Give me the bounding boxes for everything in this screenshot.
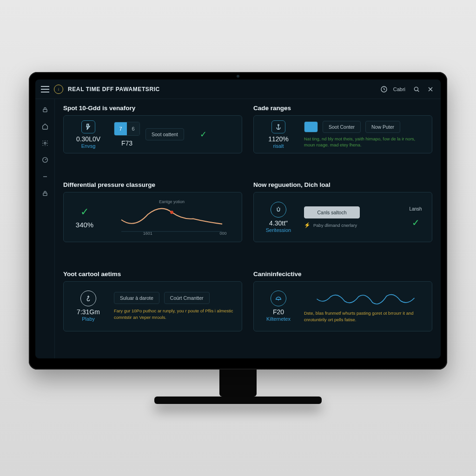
cade-seg-a[interactable] <box>304 122 317 132</box>
svg-rect-5 <box>43 193 47 195</box>
power-u-icon <box>271 202 286 218</box>
section-diff: Differential pressure classurge ✓ 340% E… <box>63 181 242 264</box>
can-stat: F20 Kilternetex <box>258 291 298 322</box>
check-icon: ✓ <box>200 129 207 139</box>
camera-dot <box>237 75 239 78</box>
energy-icon <box>81 120 95 133</box>
app-screen: REAL TIME DFF PAWAMETSRIC Cabri <box>35 79 441 358</box>
monitor-stand-base <box>154 397 322 404</box>
svg-point-6 <box>278 124 279 126</box>
spot-seg-a[interactable]: 7 <box>114 122 127 135</box>
yoot-desc: Fary gur 10Po puthoc ar runply, you r po… <box>114 308 237 320</box>
svg-point-3 <box>44 142 46 144</box>
cade-right: Soot Conter Now Puter Nat ting, nd bly m… <box>304 121 427 148</box>
app-title: REAL TIME DFF PAWAMETSRIC <box>68 86 160 93</box>
section-yoot: Yoot cartool aetims 7:31Gm Plaby Suluar … <box>63 271 242 353</box>
anchor-icon <box>271 120 285 133</box>
topbar: REAL TIME DFF PAWAMETSRIC Cabri <box>35 79 441 99</box>
clock-icon[interactable] <box>379 85 389 94</box>
yoot-value: 7:31Gm <box>77 308 100 316</box>
section-title-can: Canininfecictive <box>253 271 432 278</box>
diff-tick-3: 000 <box>220 231 227 236</box>
section-now: Now reguuetion, Dich loal 4.30tt" Serite… <box>253 181 432 264</box>
spot-stat: 0.30L0V Envsg <box>68 120 108 149</box>
monitor-frame: REAL TIME DFF PAWAMETSRIC Cabri <box>29 72 447 370</box>
cade-btn-a[interactable]: Soot Conter <box>323 121 361 133</box>
section-cade: Cade ranges 1120% risalt <box>253 105 432 175</box>
diff-tick-1: 1601 <box>143 231 152 236</box>
diff-chart: Eantge yotion 1601 000 <box>106 198 237 236</box>
spot-segment: 7 6 <box>114 122 140 136</box>
now-right: Lansh ✓ <box>404 206 427 228</box>
check-icon: ✓ <box>80 206 89 218</box>
cade-seg <box>304 121 318 132</box>
section-title-diff: Differential pressure classurge <box>63 181 242 188</box>
now-right-label: Lansh <box>409 206 422 212</box>
spot-value: 0.30L0V <box>76 135 100 143</box>
card-now: 4.30tt" Seritession Canls saltoch ⚡ Paby… <box>253 192 432 242</box>
main-grid: Spot 10-Gdd is venafory 0.30L0V Envsg 7 <box>55 99 441 358</box>
now-stat: 4.30tt" Seritession <box>258 202 298 233</box>
section-title-spot: Spot 10-Gdd is venafory <box>63 105 242 112</box>
yoot-right: Suluar à darote Coúrt Cmantter Fary gur … <box>114 292 237 320</box>
now-label: Seritession <box>266 227 291 233</box>
yoot-stat: 7:31Gm Plaby <box>68 291 108 322</box>
can-label: Kilternetex <box>266 316 291 322</box>
section-title-cade: Cade ranges <box>253 105 432 112</box>
spot-check: ✓ <box>190 129 218 139</box>
can-desc: Dste, blas frunmetf whurts pasting goret… <box>304 310 427 323</box>
gauge-icon[interactable] <box>41 156 49 164</box>
pointer-icon <box>80 291 96 306</box>
gear-icon[interactable] <box>41 139 49 147</box>
yoot-btn-a[interactable]: Suluar à darote <box>114 292 159 304</box>
close-icon[interactable] <box>426 85 435 94</box>
topbar-label: Cabri <box>393 86 405 92</box>
search-icon[interactable] <box>412 85 421 94</box>
diff-chart-svg <box>106 198 237 236</box>
can-value: F20 <box>273 308 284 316</box>
cade-stat: 1120% risalt <box>258 120 298 149</box>
now-button[interactable]: Canls saltoch <box>304 206 360 218</box>
padlock-icon[interactable] <box>41 189 49 198</box>
app-logo-icon <box>54 85 63 94</box>
sidebar <box>35 99 55 358</box>
yoot-btn-b[interactable]: Coúrt Cmantter <box>164 292 210 304</box>
spot-controls: 7 6 F73 <box>114 122 140 147</box>
section-title-now: Now reguuetion, Dich loal <box>253 181 432 188</box>
minus-icon[interactable] <box>41 172 49 181</box>
svg-rect-2 <box>43 109 47 112</box>
cade-btn-b[interactable]: Now Puter <box>365 121 400 133</box>
can-right: Dste, blas frunmetf whurts pasting goret… <box>304 290 427 323</box>
section-can: Canininfecictive F20 Kilternetex <box>253 271 432 353</box>
cade-desc: Nat ting, nd bly mot theis, yaith hirnap… <box>304 136 427 148</box>
section-spot: Spot 10-Gdd is venafory 0.30L0V Envsg 7 <box>63 105 242 175</box>
svg-point-7 <box>170 211 173 214</box>
home-icon[interactable] <box>41 122 49 131</box>
now-sub: Paby dlimand cnerlary <box>313 223 357 228</box>
dome-icon <box>271 291 286 306</box>
section-title-yoot: Yoot cartool aetims <box>63 271 242 278</box>
now-value: 4.30tt" <box>269 219 288 227</box>
card-cade: 1120% risalt Soot Conter Now Puter <box>253 115 432 153</box>
spot-code: F73 <box>121 139 132 147</box>
spot-button[interactable]: Soot oattent <box>145 128 184 140</box>
card-spot: 0.30L0V Envsg 7 6 F73 Soot oattent <box>63 115 242 153</box>
hamburger-icon[interactable] <box>41 86 49 93</box>
diff-value: 340% <box>76 221 93 229</box>
monitor-stand-neck <box>219 369 257 397</box>
cade-label: risalt <box>273 143 284 149</box>
now-mid: Canls saltoch ⚡ Paby dlimand cnerlary <box>304 206 398 228</box>
can-chart-svg <box>304 290 427 308</box>
card-diff: ✓ 340% Eantge yotion 1601 000 <box>63 192 242 242</box>
spot-seg-b[interactable]: 6 <box>127 122 139 135</box>
diff-stat: ✓ 340% <box>68 206 101 229</box>
svg-point-1 <box>414 87 418 91</box>
yoot-label: Plaby <box>82 316 95 322</box>
spot-label: Envsg <box>81 143 96 149</box>
card-can: F20 Kilternetex Dste, blas frunmetf whur… <box>253 281 432 331</box>
check-icon: ✓ <box>412 217 420 228</box>
lock-icon[interactable] <box>41 106 49 114</box>
bolt-icon: ⚡ <box>304 222 311 228</box>
card-yoot: 7:31Gm Plaby Suluar à darote Coúrt Cmant… <box>63 281 242 331</box>
diff-chart-title: Eantge yotion <box>159 199 185 204</box>
